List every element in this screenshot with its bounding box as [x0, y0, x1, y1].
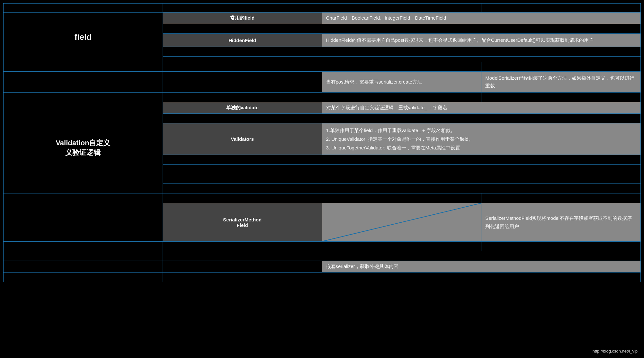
page-wrapper: field 常用的field CharField、BooleanField、In…: [0, 0, 644, 358]
val-empty5: [163, 165, 322, 174]
create-desc-empty3: [322, 93, 481, 102]
smf-row3: [4, 242, 641, 251]
smf-sub-empty3: [163, 242, 322, 251]
create-extra: ModelSerializer已经封装了这两个方法，如果额外自定义，也可以进行重…: [481, 72, 641, 93]
field-empty4: [322, 47, 641, 57]
field-empty6: [322, 57, 641, 62]
create-main-empty3: [4, 93, 163, 102]
val-empty6: [322, 165, 641, 174]
create-sub-empty3: [163, 93, 322, 102]
create-extra-empty3: [481, 93, 641, 102]
field-empty2: [322, 24, 641, 34]
validation-sub1: 单独的validate: [163, 102, 322, 114]
nested-row2: 嵌套serializer，获取外键具体内容: [4, 261, 641, 273]
field-sub1: 常用的field: [163, 13, 322, 24]
create-row2: 当有post请求，需要重写serializer.create方法 ModelSe…: [4, 72, 641, 93]
nested-desc-empty3: [322, 273, 641, 282]
header-col1: [4, 4, 163, 13]
header-col3: [322, 4, 481, 13]
val-empty2: [322, 114, 641, 123]
smf-extra: SerializerMethodField实现将model不存在字段或者获取不到…: [481, 203, 641, 242]
nested-row1: [4, 251, 641, 261]
nested-sub-empty2: [163, 261, 322, 273]
val-empty10: [322, 184, 641, 193]
field-empty5: [163, 57, 322, 62]
create-desc: 当有post请求，需要重写serializer.create方法: [322, 72, 481, 93]
val-empty3: [163, 155, 322, 165]
smf-main-empty3: [4, 242, 163, 251]
smf-row2: SerializerMethodField SerializerMethodFi…: [4, 203, 641, 242]
val-empty7: [163, 174, 322, 184]
smf-desc-empty: [322, 193, 481, 203]
create-desc-empty: [322, 62, 481, 72]
smf-sub-empty: [163, 193, 322, 203]
diagonal-line-svg: [322, 203, 481, 241]
create-main-empty2: [4, 72, 163, 93]
create-sub-empty2: [163, 72, 322, 93]
smf-desc-empty3: [322, 242, 481, 251]
nested-main-empty: [4, 251, 163, 261]
create-sub-empty: [163, 62, 322, 72]
smf-sub: SerializerMethodField: [163, 203, 322, 242]
smf-extra-empty: [481, 193, 641, 203]
val-empty8: [322, 174, 641, 184]
create-row3: [4, 93, 641, 102]
nested-sub-empty: [163, 251, 322, 261]
field-desc2: HiddenField的值不需要用户自己post数据过来，也不会显式返回给用户。…: [322, 34, 641, 47]
validation-desc1: 对某个字段进行自定义验证逻辑，重载validate_ + 字段名: [322, 102, 641, 114]
field-empty1: [163, 24, 322, 34]
field-empty3: [163, 47, 322, 57]
smf-diagonal-cell: [322, 203, 481, 242]
watermark: http://blog.csdn.net/l_vip: [593, 349, 638, 354]
smf-extra-empty3: [481, 242, 641, 251]
val-empty4: [322, 155, 641, 165]
create-main-empty: [4, 62, 163, 72]
val-empty1: [163, 114, 322, 123]
validation-row1: Validation自定义义验证逻辑 单独的validate 对某个字段进行自定…: [4, 102, 641, 114]
field-sub2: HiddenField: [163, 34, 322, 47]
header-col2: [163, 4, 322, 13]
main-table: field 常用的field CharField、BooleanField、In…: [3, 3, 641, 282]
validation-main-label: Validation自定义义验证逻辑: [4, 102, 163, 193]
create-extra-empty: [481, 62, 641, 72]
svg-line-0: [322, 203, 481, 241]
nested-desc-empty: [322, 251, 641, 261]
field-desc1: CharField、BooleanField、IntegerField、Date…: [322, 13, 641, 24]
validation-desc2: 1.单独作用于某个field，作用于重载validate_ + 字段名相似。 2…: [322, 123, 641, 155]
val-empty9: [163, 184, 322, 193]
validation-sub2: Validators: [163, 123, 322, 155]
nested-main-empty3: [4, 273, 163, 282]
nested-desc: 嵌套serializer，获取外键具体内容: [322, 261, 641, 273]
field-row1: field 常用的field CharField、BooleanField、In…: [4, 13, 641, 24]
create-row1: [4, 62, 641, 72]
nested-sub-empty3: [163, 273, 322, 282]
nested-row3: [4, 273, 641, 282]
field-main-label: field: [4, 13, 163, 62]
smf-main-empty2: [4, 203, 163, 242]
nested-main-empty2: [4, 261, 163, 273]
header-col4: [481, 4, 641, 13]
smf-main-empty: [4, 193, 163, 203]
smf-row1: [4, 193, 641, 203]
header-row: [4, 4, 641, 13]
